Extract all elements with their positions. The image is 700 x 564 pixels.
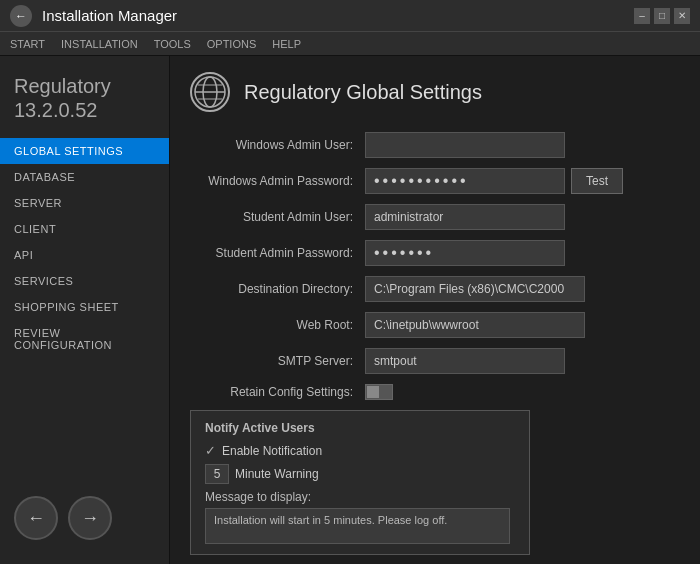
main-content: Regulatory Global Settings Windows Admin… <box>170 56 700 564</box>
toggle-knob <box>367 386 379 398</box>
retain-config-row: Retain Config Settings: <box>190 384 680 400</box>
web-root-input[interactable] <box>365 312 585 338</box>
student-admin-password-row: Student Admin Password: <box>190 240 680 266</box>
sidebar-item-global-settings[interactable]: GLOBAL SETTINGS <box>0 138 169 164</box>
globe-icon <box>190 72 230 112</box>
menu-installation[interactable]: INSTALLATION <box>61 38 138 50</box>
window-controls: – □ ✕ <box>634 8 690 24</box>
destination-dir-label: Destination Directory: <box>190 282 365 296</box>
test-button[interactable]: Test <box>571 168 623 194</box>
student-admin-password-input[interactable] <box>365 240 565 266</box>
sidebar-item-api[interactable]: API <box>0 242 169 268</box>
notify-panel-title: Notify Active Users <box>205 421 515 435</box>
destination-dir-row: Destination Directory: <box>190 276 680 302</box>
minimize-btn[interactable]: – <box>634 8 650 24</box>
student-admin-user-row: Student Admin User: <box>190 204 680 230</box>
windows-admin-password-row: Windows Admin Password: Test <box>190 168 680 194</box>
title-bar: ← Installation Manager – □ ✕ <box>0 0 700 32</box>
smtp-server-label: SMTP Server: <box>190 354 365 368</box>
enable-notification-row: ✓ Enable Notification <box>205 443 515 458</box>
smtp-server-row: SMTP Server: <box>190 348 680 374</box>
minute-warning-row: Minute Warning <box>205 464 515 484</box>
student-admin-user-label: Student Admin User: <box>190 210 365 224</box>
menu-options[interactable]: OPTIONS <box>207 38 257 50</box>
close-btn[interactable]: ✕ <box>674 8 690 24</box>
sidebar-item-review-config[interactable]: REVIEW CONFIGURATION <box>0 320 169 358</box>
sidebar-item-shopping-sheet[interactable]: SHOPPING SHEET <box>0 294 169 320</box>
menu-help[interactable]: HELP <box>272 38 301 50</box>
sidebar-item-server[interactable]: SERVER <box>0 190 169 216</box>
sidebar-item-database[interactable]: DATABASE <box>0 164 169 190</box>
app-container: Regulatory 13.2.0.52 GLOBAL SETTINGS DAT… <box>0 56 700 564</box>
smtp-server-input[interactable] <box>365 348 565 374</box>
form-section: Windows Admin User: Windows Admin Passwo… <box>190 132 680 400</box>
sidebar-app-title: Regulatory 13.2.0.52 <box>0 66 169 138</box>
maximize-btn[interactable]: □ <box>654 8 670 24</box>
page-header: Regulatory Global Settings <box>190 72 680 112</box>
menu-tools[interactable]: TOOLS <box>154 38 191 50</box>
nav-back-btn[interactable]: ← <box>14 496 58 540</box>
menu-bar: START INSTALLATION TOOLS OPTIONS HELP <box>0 32 700 56</box>
minute-warning-label: Minute Warning <box>235 467 319 481</box>
menu-start[interactable]: START <box>10 38 45 50</box>
sidebar-item-services[interactable]: SERVICES <box>0 268 169 294</box>
windows-admin-user-input[interactable] <box>365 132 565 158</box>
windows-admin-password-input[interactable] <box>365 168 565 194</box>
notify-panel: Notify Active Users ✓ Enable Notificatio… <box>190 410 530 555</box>
message-display-label: Message to display: <box>205 490 515 504</box>
student-admin-user-input[interactable] <box>365 204 565 230</box>
windows-admin-user-row: Windows Admin User: <box>190 132 680 158</box>
destination-dir-input[interactable] <box>365 276 585 302</box>
minute-warning-input[interactable] <box>205 464 229 484</box>
retain-config-label: Retain Config Settings: <box>190 385 365 399</box>
retain-config-toggle[interactable] <box>365 384 393 400</box>
sidebar-item-client[interactable]: CLIENT <box>0 216 169 242</box>
title-bar-back-btn[interactable]: ← <box>10 5 32 27</box>
student-admin-password-label: Student Admin Password: <box>190 246 365 260</box>
windows-admin-password-label: Windows Admin Password: <box>190 174 365 188</box>
windows-admin-user-label: Windows Admin User: <box>190 138 365 152</box>
enable-notification-label: Enable Notification <box>222 444 322 458</box>
sidebar: Regulatory 13.2.0.52 GLOBAL SETTINGS DAT… <box>0 56 170 564</box>
web-root-row: Web Root: <box>190 312 680 338</box>
app-title: Installation Manager <box>42 7 177 24</box>
web-root-label: Web Root: <box>190 318 365 332</box>
message-display-text: Installation will start in 5 minutes. Pl… <box>205 508 510 544</box>
nav-buttons: ← → <box>0 482 169 554</box>
enable-notification-check: ✓ <box>205 443 216 458</box>
nav-forward-btn[interactable]: → <box>68 496 112 540</box>
page-title: Regulatory Global Settings <box>244 81 482 104</box>
